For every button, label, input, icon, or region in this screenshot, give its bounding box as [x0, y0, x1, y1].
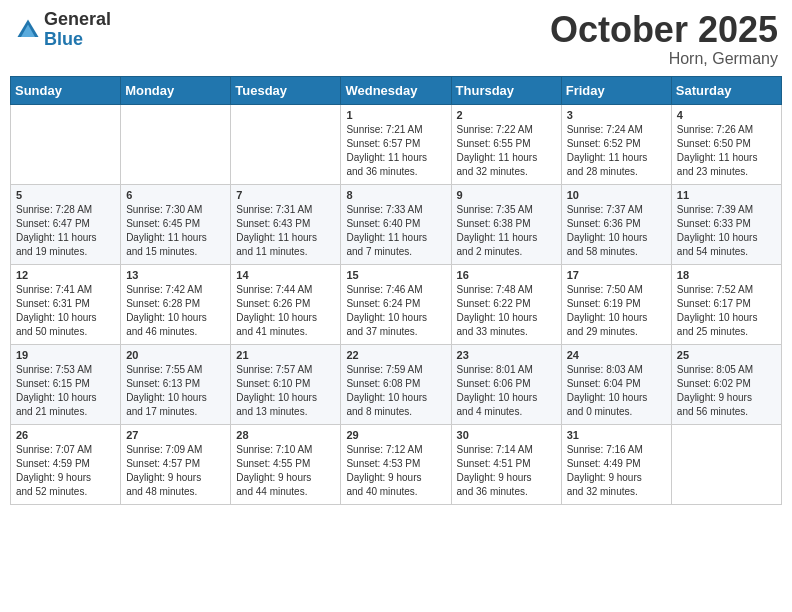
day-number: 2: [457, 109, 556, 121]
day-number: 24: [567, 349, 666, 361]
day-info: Sunrise: 7:52 AM Sunset: 6:17 PM Dayligh…: [677, 283, 776, 339]
day-info: Sunrise: 7:41 AM Sunset: 6:31 PM Dayligh…: [16, 283, 115, 339]
day-number: 31: [567, 429, 666, 441]
day-info: Sunrise: 7:59 AM Sunset: 6:08 PM Dayligh…: [346, 363, 445, 419]
calendar-cell: 30Sunrise: 7:14 AM Sunset: 4:51 PM Dayli…: [451, 424, 561, 504]
day-info: Sunrise: 8:05 AM Sunset: 6:02 PM Dayligh…: [677, 363, 776, 419]
calendar-header-tuesday: Tuesday: [231, 76, 341, 104]
day-number: 19: [16, 349, 115, 361]
calendar-cell: [121, 104, 231, 184]
day-info: Sunrise: 7:48 AM Sunset: 6:22 PM Dayligh…: [457, 283, 556, 339]
day-number: 6: [126, 189, 225, 201]
day-number: 15: [346, 269, 445, 281]
day-number: 30: [457, 429, 556, 441]
calendar-cell: 25Sunrise: 8:05 AM Sunset: 6:02 PM Dayli…: [671, 344, 781, 424]
day-number: 25: [677, 349, 776, 361]
calendar-header-sunday: Sunday: [11, 76, 121, 104]
day-number: 8: [346, 189, 445, 201]
calendar-week-row: 26Sunrise: 7:07 AM Sunset: 4:59 PM Dayli…: [11, 424, 782, 504]
day-info: Sunrise: 7:46 AM Sunset: 6:24 PM Dayligh…: [346, 283, 445, 339]
day-info: Sunrise: 7:33 AM Sunset: 6:40 PM Dayligh…: [346, 203, 445, 259]
day-number: 9: [457, 189, 556, 201]
calendar-week-row: 19Sunrise: 7:53 AM Sunset: 6:15 PM Dayli…: [11, 344, 782, 424]
day-number: 13: [126, 269, 225, 281]
calendar-cell: 18Sunrise: 7:52 AM Sunset: 6:17 PM Dayli…: [671, 264, 781, 344]
calendar-cell: 10Sunrise: 7:37 AM Sunset: 6:36 PM Dayli…: [561, 184, 671, 264]
day-number: 3: [567, 109, 666, 121]
day-number: 21: [236, 349, 335, 361]
calendar-cell: 26Sunrise: 7:07 AM Sunset: 4:59 PM Dayli…: [11, 424, 121, 504]
day-info: Sunrise: 7:10 AM Sunset: 4:55 PM Dayligh…: [236, 443, 335, 499]
calendar-cell: 20Sunrise: 7:55 AM Sunset: 6:13 PM Dayli…: [121, 344, 231, 424]
calendar-cell: 31Sunrise: 7:16 AM Sunset: 4:49 PM Dayli…: [561, 424, 671, 504]
day-info: Sunrise: 7:07 AM Sunset: 4:59 PM Dayligh…: [16, 443, 115, 499]
day-info: Sunrise: 7:16 AM Sunset: 4:49 PM Dayligh…: [567, 443, 666, 499]
logo: General Blue: [14, 10, 111, 50]
calendar-cell: 1Sunrise: 7:21 AM Sunset: 6:57 PM Daylig…: [341, 104, 451, 184]
day-number: 5: [16, 189, 115, 201]
calendar-body: 1Sunrise: 7:21 AM Sunset: 6:57 PM Daylig…: [11, 104, 782, 504]
calendar-cell: 11Sunrise: 7:39 AM Sunset: 6:33 PM Dayli…: [671, 184, 781, 264]
calendar-cell: 23Sunrise: 8:01 AM Sunset: 6:06 PM Dayli…: [451, 344, 561, 424]
calendar-cell: 17Sunrise: 7:50 AM Sunset: 6:19 PM Dayli…: [561, 264, 671, 344]
day-number: 16: [457, 269, 556, 281]
calendar-cell: 4Sunrise: 7:26 AM Sunset: 6:50 PM Daylig…: [671, 104, 781, 184]
day-info: Sunrise: 7:55 AM Sunset: 6:13 PM Dayligh…: [126, 363, 225, 419]
day-info: Sunrise: 7:39 AM Sunset: 6:33 PM Dayligh…: [677, 203, 776, 259]
calendar-week-row: 1Sunrise: 7:21 AM Sunset: 6:57 PM Daylig…: [11, 104, 782, 184]
day-info: Sunrise: 7:42 AM Sunset: 6:28 PM Dayligh…: [126, 283, 225, 339]
calendar-week-row: 5Sunrise: 7:28 AM Sunset: 6:47 PM Daylig…: [11, 184, 782, 264]
calendar-cell: 21Sunrise: 7:57 AM Sunset: 6:10 PM Dayli…: [231, 344, 341, 424]
day-number: 14: [236, 269, 335, 281]
calendar-cell: [671, 424, 781, 504]
day-info: Sunrise: 7:44 AM Sunset: 6:26 PM Dayligh…: [236, 283, 335, 339]
calendar-cell: [11, 104, 121, 184]
day-info: Sunrise: 7:28 AM Sunset: 6:47 PM Dayligh…: [16, 203, 115, 259]
calendar-cell: 28Sunrise: 7:10 AM Sunset: 4:55 PM Dayli…: [231, 424, 341, 504]
day-info: Sunrise: 8:01 AM Sunset: 6:06 PM Dayligh…: [457, 363, 556, 419]
calendar-cell: 15Sunrise: 7:46 AM Sunset: 6:24 PM Dayli…: [341, 264, 451, 344]
day-number: 18: [677, 269, 776, 281]
calendar-cell: 9Sunrise: 7:35 AM Sunset: 6:38 PM Daylig…: [451, 184, 561, 264]
day-number: 1: [346, 109, 445, 121]
day-info: Sunrise: 7:53 AM Sunset: 6:15 PM Dayligh…: [16, 363, 115, 419]
day-info: Sunrise: 7:14 AM Sunset: 4:51 PM Dayligh…: [457, 443, 556, 499]
calendar-cell: 5Sunrise: 7:28 AM Sunset: 6:47 PM Daylig…: [11, 184, 121, 264]
day-info: Sunrise: 7:31 AM Sunset: 6:43 PM Dayligh…: [236, 203, 335, 259]
day-info: Sunrise: 7:26 AM Sunset: 6:50 PM Dayligh…: [677, 123, 776, 179]
calendar-cell: 24Sunrise: 8:03 AM Sunset: 6:04 PM Dayli…: [561, 344, 671, 424]
day-info: Sunrise: 7:24 AM Sunset: 6:52 PM Dayligh…: [567, 123, 666, 179]
day-number: 28: [236, 429, 335, 441]
day-info: Sunrise: 7:21 AM Sunset: 6:57 PM Dayligh…: [346, 123, 445, 179]
day-number: 22: [346, 349, 445, 361]
calendar-cell: 27Sunrise: 7:09 AM Sunset: 4:57 PM Dayli…: [121, 424, 231, 504]
calendar-week-row: 12Sunrise: 7:41 AM Sunset: 6:31 PM Dayli…: [11, 264, 782, 344]
calendar-cell: 19Sunrise: 7:53 AM Sunset: 6:15 PM Dayli…: [11, 344, 121, 424]
day-number: 7: [236, 189, 335, 201]
day-info: Sunrise: 7:12 AM Sunset: 4:53 PM Dayligh…: [346, 443, 445, 499]
calendar-cell: 2Sunrise: 7:22 AM Sunset: 6:55 PM Daylig…: [451, 104, 561, 184]
day-info: Sunrise: 7:37 AM Sunset: 6:36 PM Dayligh…: [567, 203, 666, 259]
calendar-table: SundayMondayTuesdayWednesdayThursdayFrid…: [10, 76, 782, 505]
page-header: General Blue October 2025 Horn, Germany: [10, 10, 782, 68]
day-number: 27: [126, 429, 225, 441]
day-info: Sunrise: 7:09 AM Sunset: 4:57 PM Dayligh…: [126, 443, 225, 499]
day-info: Sunrise: 7:22 AM Sunset: 6:55 PM Dayligh…: [457, 123, 556, 179]
day-info: Sunrise: 7:50 AM Sunset: 6:19 PM Dayligh…: [567, 283, 666, 339]
calendar-cell: 29Sunrise: 7:12 AM Sunset: 4:53 PM Dayli…: [341, 424, 451, 504]
calendar-cell: [231, 104, 341, 184]
day-number: 23: [457, 349, 556, 361]
calendar-cell: 22Sunrise: 7:59 AM Sunset: 6:08 PM Dayli…: [341, 344, 451, 424]
calendar-header-monday: Monday: [121, 76, 231, 104]
calendar-cell: 13Sunrise: 7:42 AM Sunset: 6:28 PM Dayli…: [121, 264, 231, 344]
day-info: Sunrise: 7:30 AM Sunset: 6:45 PM Dayligh…: [126, 203, 225, 259]
logo-blue-text: Blue: [44, 30, 111, 50]
calendar-cell: 16Sunrise: 7:48 AM Sunset: 6:22 PM Dayli…: [451, 264, 561, 344]
title-block: October 2025 Horn, Germany: [550, 10, 778, 68]
day-number: 12: [16, 269, 115, 281]
calendar-cell: 8Sunrise: 7:33 AM Sunset: 6:40 PM Daylig…: [341, 184, 451, 264]
day-info: Sunrise: 7:57 AM Sunset: 6:10 PM Dayligh…: [236, 363, 335, 419]
calendar-cell: 12Sunrise: 7:41 AM Sunset: 6:31 PM Dayli…: [11, 264, 121, 344]
day-number: 29: [346, 429, 445, 441]
calendar-cell: 14Sunrise: 7:44 AM Sunset: 6:26 PM Dayli…: [231, 264, 341, 344]
